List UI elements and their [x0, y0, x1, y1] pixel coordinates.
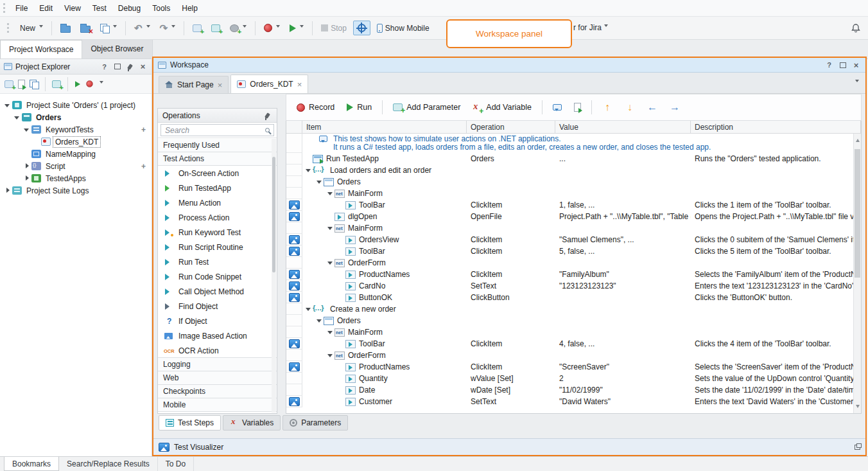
expander-icon[interactable] — [23, 126, 31, 134]
add-tool-button[interactable] — [227, 21, 250, 35]
scroll-down-icon[interactable] — [856, 405, 860, 410]
column-header-item[interactable]: Item — [302, 121, 467, 133]
tab-start-page[interactable]: Start Page — [159, 76, 229, 93]
step-row[interactable]: QuantitywValue [Set]2Sets the value of t… — [286, 373, 853, 384]
expander-icon[interactable] — [327, 190, 334, 197]
chevron-down-icon[interactable] — [170, 24, 175, 33]
tab-object-browser[interactable]: Object Browser — [82, 40, 152, 58]
tree-item-keywordtests[interactable]: KeywordTests+ — [0, 123, 152, 136]
expander-icon[interactable] — [13, 114, 21, 121]
scrollbar-thumb[interactable] — [272, 157, 275, 272]
tab-list-dropdown-icon[interactable] — [854, 78, 859, 87]
record-button[interactable]: Record — [293, 100, 338, 115]
menu-view[interactable]: View — [58, 1, 87, 16]
redo-button[interactable] — [157, 20, 179, 37]
expander-icon[interactable] — [23, 163, 31, 170]
visualizer-thumbnail-icon[interactable] — [289, 362, 300, 371]
decrease-indent-button[interactable] — [643, 99, 661, 116]
object-spy-button[interactable] — [353, 21, 370, 35]
operation-category-test-actions[interactable]: Test Actions — [158, 152, 277, 166]
operation-item-image-based-action[interactable]: Image Based Action — [158, 328, 277, 343]
tree-item-project-suite-logs[interactable]: Project Suite Logs — [0, 184, 152, 197]
operation-item-run-testedapp[interactable]: Run TestedApp — [158, 181, 277, 195]
group-row[interactable]: Load orders and edit an order — [286, 164, 853, 176]
operation-item-process-action[interactable]: Process Action — [158, 210, 277, 225]
record-project-icon[interactable] — [86, 80, 92, 87]
close-tab-icon[interactable] — [218, 80, 223, 90]
chevron-down-icon[interactable] — [299, 24, 304, 33]
menu-test[interactable]: Test — [87, 1, 112, 16]
help-icon[interactable] — [100, 62, 109, 71]
show-mobile-screen-button[interactable]: Show Mobile — [374, 21, 433, 35]
tab-orders-kdt[interactable]: Orders_KDT — [230, 75, 308, 93]
tab-project-workspace[interactable]: Project Workspace — [0, 40, 82, 58]
tree-item-testedapps[interactable]: TestedApps — [0, 172, 152, 184]
tab-bookmarks[interactable]: Bookmarks — [4, 457, 59, 471]
step-row[interactable]: ProductNamesClickItem"ScreenSaver"Select… — [286, 361, 853, 373]
step-row[interactable]: OrderForm — [286, 350, 853, 361]
operation-item-run-test[interactable]: Run Test — [158, 254, 277, 269]
step-row[interactable]: DatewDate [Set]"11/02/1999"Sets the date… — [286, 384, 853, 396]
comment-row[interactable]: This test shows how to simulate user act… — [286, 134, 853, 153]
scrollbar-thumb[interactable] — [855, 149, 860, 278]
add-new-item-button[interactable] — [189, 22, 205, 35]
add-operation-button[interactable] — [570, 100, 585, 115]
organize-tests-icon[interactable] — [52, 80, 61, 88]
scroll-up-icon[interactable] — [856, 137, 860, 142]
expand-panel-icon[interactable] — [855, 445, 860, 450]
add-variable-button[interactable]: Add Variable — [469, 100, 535, 115]
step-row[interactable]: CardNoSetText"123123123123"Enters the te… — [286, 280, 853, 292]
tree-item-script[interactable]: Script+ — [0, 160, 152, 172]
run-project-icon[interactable] — [75, 81, 80, 87]
step-row[interactable]: MainForm — [286, 188, 853, 199]
step-row[interactable]: CustomerSetText"David Waters"Enters the … — [286, 396, 853, 407]
add-new-project-icon[interactable] — [4, 80, 13, 88]
step-row[interactable]: dlgOpenOpenFileProject.Path + "..\\MyTab… — [286, 211, 853, 222]
column-header-operation[interactable]: Operation — [467, 121, 555, 133]
toolbar-grip[interactable] — [7, 23, 9, 33]
chevron-down-icon[interactable] — [98, 80, 103, 89]
close-file-button[interactable] — [77, 21, 94, 35]
operation-item-find-object[interactable]: Find Object — [158, 299, 277, 314]
step-row[interactable]: OrdersViewClickItem"Samuel Clemens", ...… — [286, 234, 853, 245]
visualizer-thumbnail-icon[interactable] — [289, 339, 300, 348]
expander-icon[interactable] — [316, 317, 324, 324]
tree-item-orders[interactable]: Orders — [0, 111, 152, 123]
search-input[interactable] — [161, 124, 274, 136]
add-comment-button[interactable] — [549, 101, 566, 114]
expander-icon[interactable] — [327, 259, 334, 267]
duplicate-item-icon[interactable] — [30, 80, 39, 89]
add-parameter-button[interactable]: Add Parameter — [389, 100, 464, 115]
move-up-button[interactable] — [598, 99, 616, 116]
step-row[interactable]: OrderForm — [286, 257, 853, 269]
expander-icon[interactable] — [23, 175, 31, 182]
operation-category-mobile[interactable]: Mobile — [158, 398, 277, 412]
step-row[interactable]: ToolBarClickItem1, false, ...Clicks the … — [286, 199, 853, 211]
tab-variables[interactable]: Variables — [223, 415, 281, 431]
expander-icon[interactable] — [305, 166, 313, 174]
operation-category-frequently-used[interactable]: Frequently Used — [158, 139, 277, 152]
pin-icon[interactable] — [263, 111, 272, 120]
visualizer-thumbnail-icon[interactable] — [289, 293, 300, 302]
visualizer-thumbnail-icon[interactable] — [289, 212, 300, 221]
step-row[interactable]: MainForm — [286, 222, 853, 234]
chevron-down-icon[interactable] — [38, 24, 43, 33]
visualizer-thumbnail-icon[interactable] — [289, 235, 300, 244]
visualizer-thumbnail-icon[interactable] — [289, 281, 300, 290]
step-row[interactable]: ProductNamesClickItem"FamilyAlbum"Select… — [286, 269, 853, 280]
record-test-button[interactable] — [261, 21, 283, 35]
visualizer-thumbnail-icon[interactable] — [289, 270, 300, 279]
increase-indent-button[interactable] — [666, 99, 684, 116]
step-row[interactable]: ButtonOKClickButtonClicks the 'ButtonOK'… — [286, 292, 853, 303]
expander-icon[interactable] — [316, 178, 324, 186]
expander-icon[interactable] — [327, 328, 334, 336]
menubar-grip[interactable] — [3, 3, 5, 13]
tree-item-orders-kdt[interactable]: Orders_KDT — [0, 136, 152, 148]
new-button[interactable]: New — [17, 21, 46, 35]
run-button[interactable]: Run — [343, 100, 376, 115]
operation-category-logging[interactable]: Logging — [158, 357, 277, 371]
operation-item-on-screen-action[interactable]: On-Screen Action — [158, 166, 277, 181]
menu-file[interactable]: File — [10, 1, 33, 16]
column-header-description[interactable]: Description — [691, 121, 861, 133]
test-visualizer-bar[interactable]: Test Visualizer — [153, 438, 865, 455]
